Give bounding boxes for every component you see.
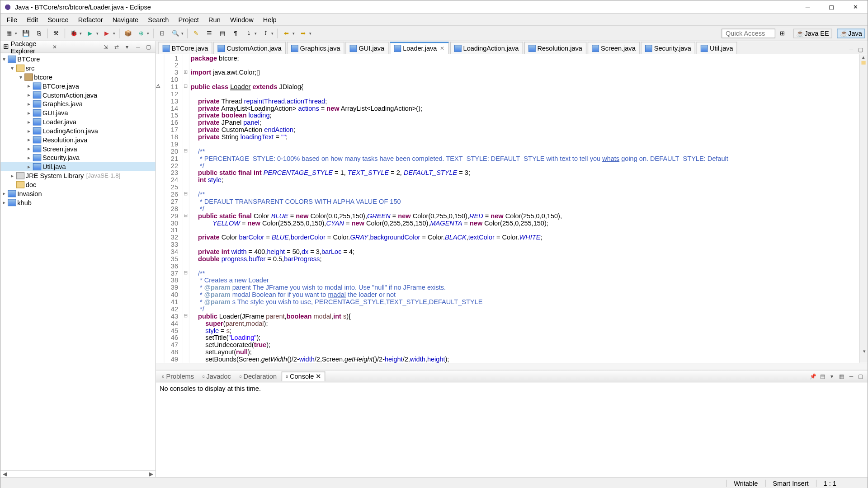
maximize-button[interactable]: ▢ <box>820 0 844 14</box>
code-line[interactable]: public Loader(JFrame parent,boolean moda… <box>191 313 859 320</box>
menu-window[interactable]: Window <box>225 14 258 24</box>
line-number[interactable]: 41 <box>165 298 178 305</box>
expand-icon[interactable]: ▸ <box>26 101 33 107</box>
marker-gutter[interactable] <box>156 104 164 112</box>
annotation-nav-button[interactable]: ⤵ <box>243 27 255 39</box>
fold-toggle[interactable] <box>182 169 189 176</box>
line-number[interactable]: 33 <box>165 241 178 248</box>
code-line[interactable] <box>191 226 859 234</box>
scroll-left-icon[interactable]: ◀ <box>0 471 9 478</box>
tree-node-btcore-java[interactable]: ▸BTCore.java <box>0 81 155 90</box>
tree-node-btcore[interactable]: ▾btcore <box>0 72 155 81</box>
code-line[interactable] <box>191 183 859 191</box>
code-line[interactable]: */ <box>191 305 859 313</box>
fold-toggle[interactable] <box>182 291 189 298</box>
code-line[interactable]: setBounds(Screen.getWidth()/2-width/2,Sc… <box>191 356 859 363</box>
line-number[interactable]: 48 <box>165 348 178 356</box>
fold-toggle[interactable]: ⊞ <box>182 69 189 76</box>
code-line[interactable]: public static final Color BLUE = new Col… <box>191 212 859 219</box>
line-number[interactable]: 26 <box>165 191 178 198</box>
line-number[interactable]: 45 <box>165 327 178 334</box>
code-line[interactable] <box>191 61 859 69</box>
code-line[interactable]: */ <box>191 205 859 212</box>
marker-gutter[interactable] <box>156 119 164 126</box>
marker-gutter[interactable] <box>156 90 164 98</box>
fold-toggle[interactable]: ⊟ <box>182 313 189 320</box>
open-perspective-button[interactable]: ⊞ <box>776 27 788 39</box>
fold-toggle[interactable] <box>182 183 189 191</box>
marker-gutter[interactable] <box>156 291 164 298</box>
expand-icon[interactable]: ▸ <box>26 136 33 142</box>
editor-tab-screen-java[interactable]: Screen.java <box>588 42 640 54</box>
menu-source[interactable]: Source <box>43 14 73 24</box>
build-button[interactable]: ⚒ <box>50 27 62 39</box>
tree-node-security-java[interactable]: ▸Security.java <box>0 153 155 162</box>
code-line[interactable]: /** <box>191 148 859 155</box>
marker-gutter[interactable] <box>156 54 164 61</box>
pin-console-icon[interactable]: 📌 <box>809 372 817 380</box>
editor-tab-customaction-java[interactable]: CustomAction.java <box>213 42 286 54</box>
line-number[interactable]: 13 <box>165 98 178 105</box>
new-package-button[interactable]: 📦 <box>122 27 134 39</box>
expand-icon[interactable]: ▸ <box>26 155 33 160</box>
marker-gutter[interactable] <box>156 348 164 356</box>
expand-icon[interactable]: ▸ <box>0 190 8 196</box>
editor-minimize-icon[interactable]: ─ <box>847 45 856 54</box>
expand-icon[interactable]: ▸ <box>26 110 33 116</box>
line-number[interactable]: 36 <box>165 262 178 269</box>
line-number[interactable]: 11 <box>165 83 178 90</box>
code-line[interactable]: setLayout(null); <box>191 348 859 356</box>
tree-node-src[interactable]: ▾src <box>0 63 155 72</box>
fold-toggle[interactable] <box>182 305 189 313</box>
line-number[interactable]: 3 <box>165 69 178 76</box>
fold-toggle[interactable]: ⊟ <box>182 191 189 198</box>
tree-node-khub[interactable]: ▸khub <box>0 198 155 207</box>
menu-file[interactable]: File <box>2 14 22 24</box>
fold-toggle[interactable] <box>182 76 189 83</box>
code-line[interactable]: * DEFAULT TRANSPARENT COLORS WITH ALPHA … <box>191 198 859 205</box>
collapse-all-icon[interactable]: ⇲ <box>102 43 110 52</box>
code-line[interactable]: private ArrayList<LoadingAction> actions… <box>191 104 859 112</box>
marker-gutter[interactable] <box>156 356 164 363</box>
fold-toggle[interactable] <box>182 319 189 327</box>
next-annotation-button[interactable]: ⤴ <box>259 27 271 39</box>
marker-gutter[interactable] <box>156 219 164 226</box>
close-tab-icon[interactable]: ✕ <box>316 372 321 380</box>
code-line[interactable]: private JPanel panel; <box>191 119 859 126</box>
open-console-icon[interactable]: ▾ <box>828 372 836 380</box>
expand-icon[interactable]: ▸ <box>26 127 33 133</box>
code-line[interactable]: private Color barColor = BLUE,borderColo… <box>191 234 859 241</box>
line-number[interactable]: 34 <box>165 248 178 255</box>
marker-gutter[interactable] <box>156 269 164 277</box>
marker-gutter[interactable] <box>156 191 164 198</box>
code-line[interactable]: setTitle("Loading"); <box>191 334 859 341</box>
marker-gutter[interactable] <box>156 241 164 248</box>
display-console-icon[interactable]: ▤ <box>818 372 827 380</box>
view-menu-icon[interactable]: ▾ <box>123 43 132 52</box>
code-line[interactable]: style = s; <box>191 327 859 334</box>
debug-button[interactable]: 🐞 <box>67 27 79 39</box>
marker-gutter[interactable] <box>156 112 164 119</box>
new-button[interactable]: ▦ <box>3 27 15 39</box>
marker-gutter[interactable] <box>156 126 164 133</box>
editor-maximize-icon[interactable]: ▢ <box>857 45 865 54</box>
code-line[interactable]: import java.awt.Color;▯ <box>191 69 859 76</box>
fold-toggle[interactable] <box>182 198 189 205</box>
editor-tab-security-java[interactable]: Security.java <box>641 42 696 54</box>
marker-gutter[interactable] <box>156 155 164 162</box>
line-number[interactable]: 38 <box>165 277 178 284</box>
fold-toggle[interactable] <box>182 141 189 148</box>
marker-gutter[interactable] <box>156 162 164 169</box>
line-number[interactable]: 1 <box>165 54 178 61</box>
editor-horizontal-scrollbar[interactable] <box>156 363 868 370</box>
line-number[interactable]: 31 <box>165 226 178 234</box>
maximize-view-icon[interactable]: ▢ <box>145 43 153 52</box>
expand-icon[interactable]: ▸ <box>26 83 33 89</box>
editor-tab-resolution-java[interactable]: Resolution.java <box>524 42 586 54</box>
marker-gutter[interactable] <box>156 169 164 176</box>
close-button[interactable]: ✕ <box>844 0 868 14</box>
marker-gutter[interactable] <box>156 334 164 341</box>
line-number[interactable]: 16 <box>165 119 178 126</box>
menu-run[interactable]: Run <box>203 14 225 24</box>
minimize-button[interactable]: ─ <box>796 0 820 14</box>
